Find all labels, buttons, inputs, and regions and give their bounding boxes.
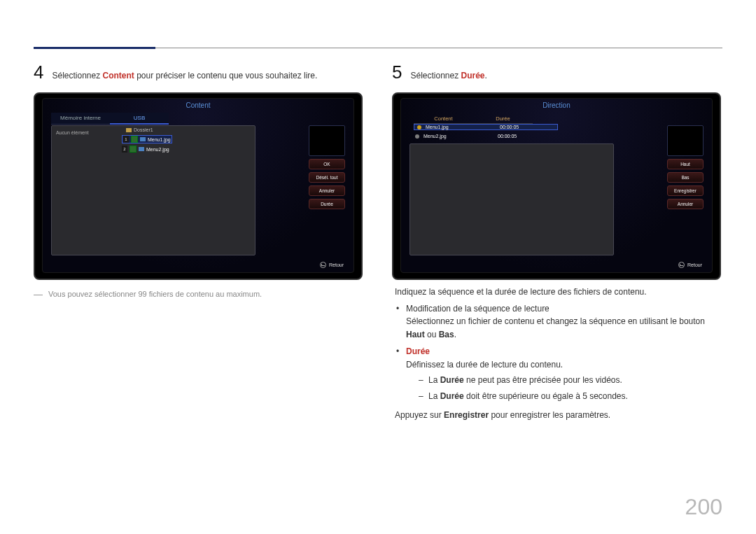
duree-keyword: Durée <box>406 346 430 356</box>
bullet-duree: Durée Définissez la durée de lecture du … <box>395 345 721 402</box>
step-5-heading: 5 Sélectionnez Durée. <box>392 63 721 83</box>
return-button[interactable]: Retour <box>320 262 344 268</box>
return-icon <box>320 262 326 268</box>
device-screenshot-direction: Direction Content Durée Menu1.jpg 00:00:… <box>392 92 721 279</box>
status-dot-icon <box>415 134 419 139</box>
step-number: 4 <box>34 63 43 81</box>
content-panel <box>410 143 614 255</box>
list-header: Content Durée <box>414 114 533 124</box>
content-keyword: Content <box>103 71 134 80</box>
step-number: 5 <box>392 63 402 81</box>
save-instruction: Appuyez sur Enregistrer pour enregistrer… <box>395 410 721 420</box>
file-row-1[interactable]: 1 Menu1.jpg <box>122 135 172 143</box>
checkbox-icon <box>130 146 136 153</box>
bas-keyword: Bas <box>439 330 454 339</box>
folder-label: Dossier1 <box>126 127 153 132</box>
step-text: Sélectionnez Durée. <box>410 69 486 83</box>
step-text: Sélectionnez Content pour préciser le co… <box>52 69 317 83</box>
page-number: 200 <box>685 494 722 520</box>
direction-row-2[interactable]: Menu2.jpg 00:00:05 <box>414 134 554 139</box>
save-button[interactable]: Enregistrer <box>667 185 704 196</box>
intro-text: Indiquez la séquence et la durée de lect… <box>395 287 721 297</box>
image-icon <box>139 147 144 151</box>
preview-box <box>309 125 345 156</box>
device-title: Content <box>43 99 354 111</box>
checkbox-icon <box>131 136 138 143</box>
folder-icon <box>126 128 132 132</box>
footnote: ― Vous pouvez sélectionner 99 fichiers d… <box>34 290 363 299</box>
ok-button[interactable]: OK <box>309 159 345 169</box>
device-screenshot-content: Content Mémoire interne USB Aucun élémen… <box>34 92 363 279</box>
preview-box <box>667 125 704 156</box>
up-button[interactable]: Haut <box>667 159 704 169</box>
enregistrer-keyword: Enregistrer <box>444 410 489 420</box>
duree-keyword: Durée <box>461 71 485 80</box>
deselect-all-button[interactable]: Désél. tout <box>309 172 345 183</box>
direction-row-1[interactable]: Menu1.jpg 00:00:05 <box>414 124 558 130</box>
duree-button[interactable]: Durée <box>309 199 345 209</box>
cancel-button[interactable]: Annuler <box>667 199 704 209</box>
sub-note-5sec: La Durée doit être supérieure ou égale à… <box>419 390 721 403</box>
return-button[interactable]: Retour <box>678 262 702 268</box>
cancel-button[interactable]: Annuler <box>309 185 345 196</box>
down-button[interactable]: Bas <box>667 172 704 183</box>
file-index: 1 <box>123 136 129 143</box>
step-4-heading: 4 Sélectionnez Content pour préciser le … <box>34 63 363 83</box>
file-index: 2 <box>122 146 127 153</box>
haut-keyword: Haut <box>406 330 425 339</box>
file-row-2[interactable]: 2 Menu2.jpg <box>122 146 169 153</box>
bullet-sequence: Modification de la séquence de lecture S… <box>395 302 721 342</box>
tab-internal-memory[interactable]: Mémoire interne <box>51 113 110 125</box>
device-title: Direction <box>401 99 712 111</box>
dash-icon: ― <box>34 290 43 299</box>
image-icon <box>140 137 146 141</box>
tab-usb[interactable]: USB <box>110 113 169 125</box>
file-list-panel: Aucun élément Dossier1 1 Menu1.jpg 2 Men… <box>51 125 255 255</box>
sub-note-video: La Durée ne peut pas être précisée pour … <box>419 374 721 387</box>
status-dot-icon <box>417 125 421 129</box>
return-icon <box>678 262 685 268</box>
